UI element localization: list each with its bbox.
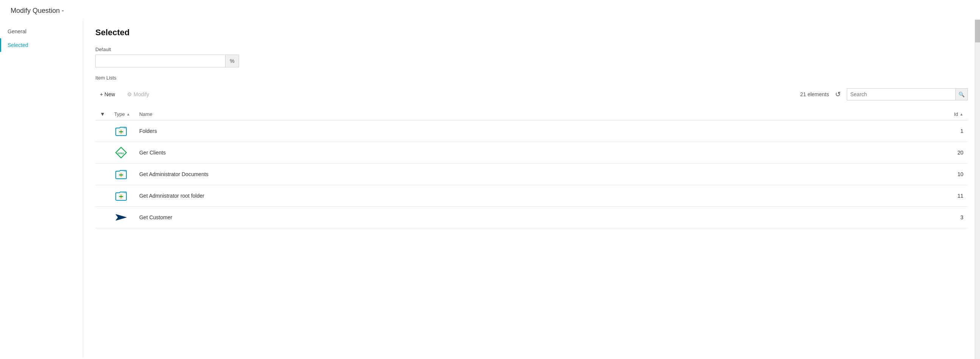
new-button-label: + New bbox=[100, 91, 115, 97]
search-input[interactable] bbox=[847, 90, 955, 99]
search-icon: 🔍 bbox=[958, 92, 965, 97]
title-text: Modify Question - bbox=[11, 7, 64, 14]
row-name-text: Folders bbox=[139, 128, 157, 134]
row-type-cell bbox=[110, 185, 135, 207]
default-input[interactable] bbox=[96, 56, 225, 65]
modify-button[interactable]: ⚙ Modify bbox=[123, 89, 154, 99]
row-name-text: Get Customer bbox=[139, 214, 172, 220]
col-header-name[interactable]: Name bbox=[135, 108, 938, 120]
data-table: ▼ Type ▲ Name bbox=[95, 108, 968, 228]
svg-marker-14 bbox=[116, 214, 126, 220]
table-row: Get Customer 3 bbox=[95, 207, 968, 228]
sidebar-item-selected[interactable]: Selected bbox=[0, 38, 83, 52]
col-header-type[interactable]: Type ▲ bbox=[110, 108, 135, 120]
item-lists-label: Item Lists bbox=[95, 75, 968, 81]
new-button[interactable]: + New bbox=[95, 89, 119, 99]
sidebar: General Selected bbox=[0, 19, 83, 358]
arrow-icon-svg bbox=[115, 211, 127, 223]
scrollbar-track[interactable] bbox=[975, 20, 980, 359]
refresh-button[interactable]: ↺ bbox=[834, 89, 842, 100]
elements-count: 21 elements bbox=[800, 91, 829, 97]
toolbar-right: 21 elements ↺ 🔍 bbox=[800, 88, 968, 101]
row-id-text: 20 bbox=[957, 150, 963, 156]
col-id-label: Id bbox=[954, 111, 958, 117]
search-button[interactable]: 🔍 bbox=[955, 89, 967, 100]
row-select-cell bbox=[95, 142, 110, 164]
row-id-cell: 20 bbox=[938, 142, 968, 164]
type-icon-folder2 bbox=[114, 168, 128, 181]
search-wrapper: 🔍 bbox=[847, 88, 968, 101]
percent-badge: % bbox=[225, 55, 239, 67]
table-row: Get Administrator Documents 10 bbox=[95, 164, 968, 185]
row-type-cell bbox=[110, 207, 135, 228]
folder-icon-svg2 bbox=[115, 168, 127, 180]
folder-icon-svg bbox=[115, 125, 127, 137]
col-header-filter[interactable]: ▼ bbox=[95, 108, 110, 120]
sidebar-item-general[interactable]: General bbox=[0, 25, 83, 38]
row-type-cell: iress bbox=[110, 142, 135, 164]
section-title: Selected bbox=[95, 28, 968, 37]
table-row: iress Ger Clients 20 bbox=[95, 142, 968, 164]
filter-icon: ▼ bbox=[100, 111, 105, 117]
row-id-cell: 10 bbox=[938, 164, 968, 185]
row-id-cell: 3 bbox=[938, 207, 968, 228]
scrollbar-thumb[interactable] bbox=[975, 20, 980, 42]
refresh-icon: ↺ bbox=[835, 90, 841, 99]
table-row: Folders 1 bbox=[95, 120, 968, 142]
col-type-label: Type bbox=[114, 111, 125, 117]
type-icon-iress: iress bbox=[114, 146, 128, 160]
toolbar-left: + New ⚙ Modify bbox=[95, 89, 154, 99]
type-icon-folder bbox=[114, 124, 128, 138]
row-id-text: 1 bbox=[960, 128, 963, 134]
table-header-row: ▼ Type ▲ Name bbox=[95, 108, 968, 120]
type-sort-icon: ▲ bbox=[126, 112, 130, 116]
row-id-text: 11 bbox=[957, 193, 963, 199]
iress-icon-svg: iress bbox=[115, 147, 127, 159]
default-input-wrapper: % bbox=[95, 54, 239, 67]
row-name-cell: Get Admnistrator root folder bbox=[135, 185, 938, 207]
row-id-text: 10 bbox=[957, 171, 963, 177]
default-label: Default bbox=[95, 46, 968, 52]
col-name-label: Name bbox=[139, 111, 153, 117]
gear-icon: ⚙ bbox=[127, 91, 132, 97]
row-name-cell: Ger Clients bbox=[135, 142, 938, 164]
id-sort-icon: ▲ bbox=[959, 112, 963, 116]
sidebar-general-label: General bbox=[8, 29, 27, 35]
row-type-cell bbox=[110, 120, 135, 142]
modify-button-label: Modify bbox=[134, 91, 149, 97]
row-name-text: Get Admnistrator root folder bbox=[139, 193, 204, 199]
toolbar: + New ⚙ Modify 21 elements ↺ 🔍 bbox=[95, 88, 968, 104]
table-row: Get Admnistrator root folder 11 bbox=[95, 185, 968, 207]
row-select-cell bbox=[95, 185, 110, 207]
folder-icon-svg3 bbox=[115, 190, 127, 202]
content-area: Selected Default % Item Lists + New ⚙ Mo… bbox=[83, 19, 980, 358]
row-name-text: Get Administrator Documents bbox=[139, 171, 208, 177]
sidebar-selected-label: Selected bbox=[8, 42, 28, 48]
row-name-text: Ger Clients bbox=[139, 150, 166, 156]
row-select-cell bbox=[95, 120, 110, 142]
percent-symbol: % bbox=[230, 58, 234, 64]
type-icon-arrow bbox=[114, 211, 128, 224]
row-id-text: 3 bbox=[960, 214, 963, 220]
row-id-cell: 1 bbox=[938, 120, 968, 142]
row-id-cell: 11 bbox=[938, 185, 968, 207]
row-type-cell bbox=[110, 164, 135, 185]
svg-text:iress: iress bbox=[118, 152, 124, 155]
page-title: Modify Question - bbox=[0, 0, 980, 19]
row-name-cell: Folders bbox=[135, 120, 938, 142]
main-layout: General Selected Selected Default % Item… bbox=[0, 19, 980, 358]
row-name-cell: Get Customer bbox=[135, 207, 938, 228]
col-header-id[interactable]: Id ▲ bbox=[938, 108, 968, 120]
row-select-cell bbox=[95, 164, 110, 185]
row-name-cell: Get Administrator Documents bbox=[135, 164, 938, 185]
row-select-cell bbox=[95, 207, 110, 228]
table-body: Folders 1 iress bbox=[95, 120, 968, 228]
type-icon-folder3 bbox=[114, 189, 128, 203]
